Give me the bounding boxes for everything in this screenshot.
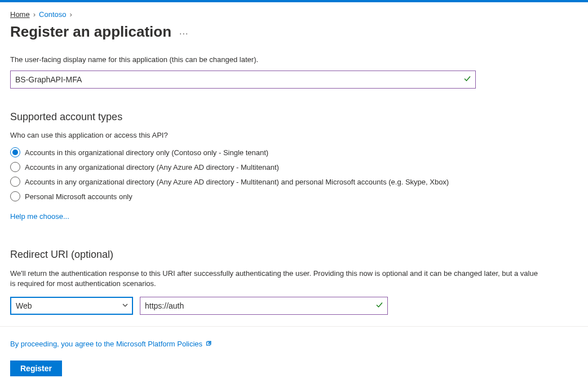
divider <box>0 326 588 327</box>
breadcrumb-home[interactable]: Home <box>10 10 30 19</box>
page-title: Register an application <box>10 23 171 41</box>
account-types-heading: Supported account types <box>10 111 578 123</box>
platform-select-value: Web <box>16 301 32 310</box>
chevron-right-icon: › <box>33 10 36 19</box>
chevron-right-icon: › <box>69 10 72 19</box>
radio-label: Accounts in any organizational directory… <box>25 163 279 172</box>
radio-multitenant[interactable]: Accounts in any organizational directory… <box>10 162 578 172</box>
radio-label: Accounts in this organizational director… <box>25 148 268 157</box>
breadcrumb: Home › Contoso › <box>10 10 578 19</box>
radio-icon <box>10 162 20 172</box>
redirect-description: We'll return the authentication response… <box>10 269 540 289</box>
radio-multitenant-personal[interactable]: Accounts in any organizational directory… <box>10 177 578 187</box>
external-link-icon <box>206 339 213 348</box>
radio-icon <box>10 147 20 157</box>
platform-select[interactable]: Web <box>10 297 133 315</box>
account-types-radio-group: Accounts in this organizational director… <box>10 147 578 201</box>
breadcrumb-tenant[interactable]: Contoso <box>39 10 66 19</box>
name-field-help: The user-facing display name for this ap… <box>10 55 578 64</box>
help-me-choose-link[interactable]: Help me choose... <box>10 212 69 221</box>
radio-icon <box>10 191 20 201</box>
redirect-heading: Redirect URI (optional) <box>10 249 578 261</box>
radio-label: Accounts in any organizational directory… <box>25 178 449 186</box>
radio-personal-only[interactable]: Personal Microsoft accounts only <box>10 191 578 201</box>
radio-icon <box>10 177 20 187</box>
app-name-input[interactable] <box>10 71 476 89</box>
radio-single-tenant[interactable]: Accounts in this organizational director… <box>10 147 578 157</box>
register-button[interactable]: Register <box>10 361 62 376</box>
redirect-uri-input[interactable] <box>140 297 388 315</box>
account-types-sub: Who can use this application or access t… <box>10 131 578 139</box>
platform-policies-link[interactable]: By proceeding, you agree to the Microsof… <box>10 340 202 348</box>
radio-label: Personal Microsoft accounts only <box>25 192 132 201</box>
more-actions-button[interactable]: ··· <box>179 25 188 39</box>
